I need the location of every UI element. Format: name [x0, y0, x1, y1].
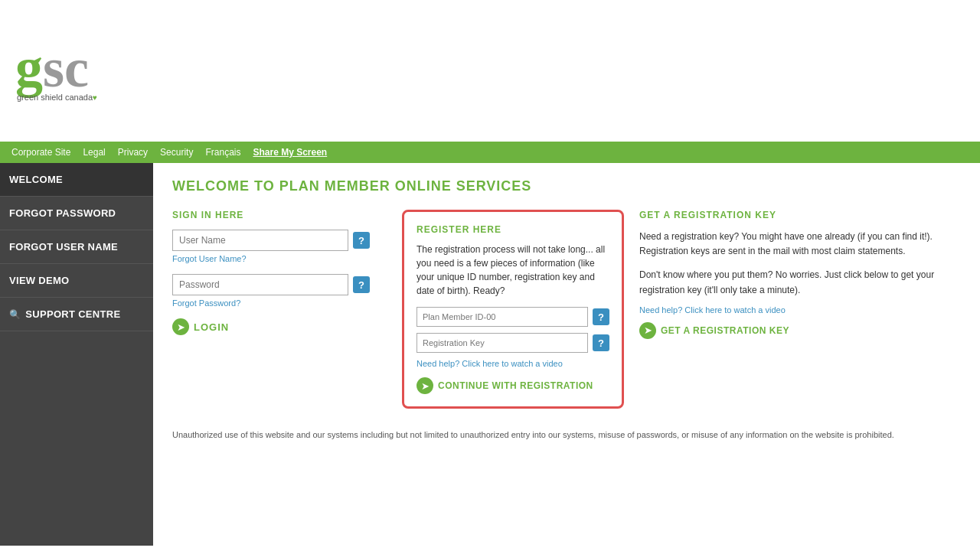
logo-s: s [43, 37, 64, 99]
get-key-title: GET A REGISTRATION KEY [639, 210, 961, 220]
sidebar-item-support-centre[interactable]: 🔍 SUPPORT CENTRE [0, 298, 153, 331]
plan-member-row: ? [416, 307, 609, 327]
get-key-label: GET A REGISTRATION KEY [661, 325, 789, 336]
logo: gsc green shield canada♥ [15, 41, 97, 102]
sidebar: WELCOME FORGOT PASSWORD FORGOT USER NAME… [0, 163, 153, 546]
continue-registration-button[interactable]: ➤ CONTINUE WITH REGISTRATION [416, 377, 593, 394]
view-demo-label: VIEW DEMO [9, 275, 70, 286]
header: gsc green shield canada♥ [0, 0, 980, 142]
get-key-section: GET A REGISTRATION KEY Need a registrati… [639, 210, 961, 339]
reg-key-row: ? [416, 333, 609, 353]
get-key-video-link[interactable]: Need help? Click here to watch a video [639, 305, 961, 315]
logo-c: c [64, 37, 89, 99]
content-area: WELCOME TO PLAN MEMBER ONLINE SERVICES S… [153, 163, 980, 546]
get-key-desc2: Don't know where you put them? No worrie… [639, 268, 961, 297]
navbar: Corporate Site Legal Privacy Security Fr… [0, 142, 980, 163]
continue-label: CONTINUE WITH REGISTRATION [438, 380, 593, 391]
password-row: ? [172, 274, 387, 295]
logo-tagline: green shield canada♥ [17, 93, 97, 102]
sidebar-item-forgot-username[interactable]: FORGOT USER NAME [0, 230, 153, 264]
signin-section: SIGN IN HERE ? Forgot User Name? ? Forgo… [172, 210, 387, 335]
page-title: WELCOME TO PLAN MEMBER ONLINE SERVICES [172, 178, 961, 194]
login-label: LOGIN [194, 321, 229, 333]
main-layout: WELCOME FORGOT PASSWORD FORGOT USER NAME… [0, 163, 980, 546]
login-button[interactable]: ➤ LOGIN [172, 318, 229, 335]
support-centre-label: SUPPORT CENTRE [25, 308, 120, 320]
nav-legal[interactable]: Legal [83, 147, 105, 158]
content-columns: SIGN IN HERE ? Forgot User Name? ? Forgo… [172, 210, 961, 409]
get-key-arrow-icon: ➤ [639, 322, 656, 339]
register-video-link[interactable]: Need help? Click here to watch a video [416, 359, 609, 368]
logo-letters: gsc [15, 41, 89, 96]
username-help-button[interactable]: ? [353, 232, 370, 249]
sidebar-item-view-demo[interactable]: VIEW DEMO [0, 264, 153, 298]
reg-key-help-button[interactable]: ? [593, 334, 609, 351]
plan-member-help-button[interactable]: ? [593, 308, 609, 325]
search-icon: 🔍 [9, 309, 21, 320]
register-title: REGISTER HERE [416, 224, 609, 235]
registration-key-input[interactable] [416, 333, 588, 353]
nav-corporate-site[interactable]: Corporate Site [11, 147, 70, 158]
password-input[interactable] [172, 274, 348, 295]
continue-arrow-icon: ➤ [416, 377, 433, 394]
signin-title: SIGN IN HERE [172, 210, 387, 220]
logo-heart: ♥ [93, 93, 97, 102]
sidebar-item-welcome[interactable]: WELCOME [0, 163, 153, 197]
forgot-username-link[interactable]: Forgot User Name? [172, 254, 387, 263]
register-description: The registration process will not take l… [416, 243, 609, 298]
footer-notice: Unauthorized use of this website and our… [172, 424, 961, 439]
sidebar-item-forgot-password[interactable]: FORGOT PASSWORD [0, 197, 153, 230]
welcome-label: WELCOME [9, 174, 63, 185]
plan-member-input[interactable] [416, 307, 588, 327]
logo-g: g [15, 37, 43, 99]
get-key-button[interactable]: ➤ GET A REGISTRATION KEY [639, 322, 789, 339]
username-input[interactable] [172, 230, 348, 251]
nav-privacy[interactable]: Privacy [118, 147, 148, 158]
login-arrow-icon: ➤ [172, 318, 189, 335]
password-help-button[interactable]: ? [353, 276, 370, 293]
forgot-password-label: FORGOT PASSWORD [9, 207, 116, 219]
register-section: REGISTER HERE The registration process w… [402, 210, 624, 409]
forgot-username-label: FORGOT USER NAME [9, 241, 118, 253]
nav-security[interactable]: Security [160, 147, 193, 158]
get-key-desc1: Need a registration key? You might have … [639, 230, 961, 259]
forgot-password-link[interactable]: Forgot Password? [172, 298, 387, 308]
nav-share-screen[interactable]: Share My Screen [253, 147, 327, 158]
username-row: ? [172, 230, 387, 251]
nav-francais[interactable]: Français [205, 147, 240, 158]
